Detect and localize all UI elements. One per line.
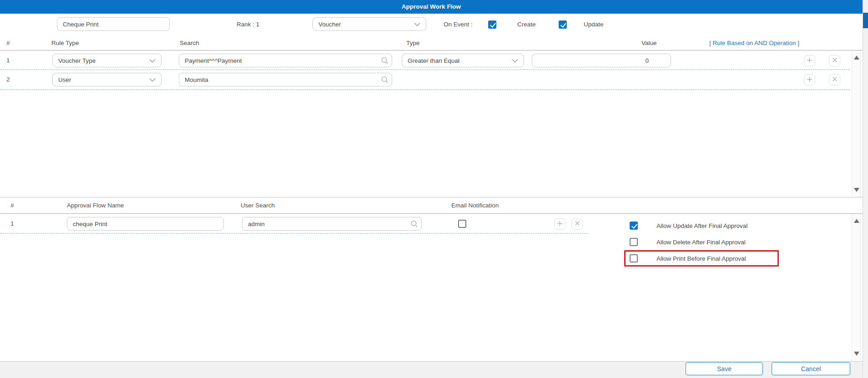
row-separator [0,89,850,90]
create-checkbox[interactable] [488,20,496,29]
rules-row1-rule-type-select[interactable]: Voucher Type [52,54,161,67]
chevron-down-icon [512,57,518,64]
rules-header-type: Type [406,40,419,46]
close-icon [832,76,838,83]
chevron-down-icon [414,21,420,28]
on-event-label: On Event : [444,21,473,28]
rules-row1-rule-type-value: Voucher Type [58,57,96,64]
scroll-up-icon[interactable] [854,55,859,60]
option-allow-print: Allow Print Before Final Approval [624,250,779,267]
approval-header-num: # [10,202,14,209]
rules-row1-type-select[interactable]: Greater than Equal [402,54,524,67]
allow-update-label: Allow Update After Final Approval [656,222,747,229]
approval-grid-scrollbar[interactable] [852,214,861,361]
rules-row1-num: 1 [6,57,10,64]
update-label: Update [584,21,604,28]
option-allow-delete: Allow Delete After Final Approval [624,234,779,250]
rules-row2-rule-type-value: User [58,76,71,83]
and-operation-note: [ Rule Based on AND Operation ] [709,40,799,46]
approval-header-user-search: User Search [241,202,275,209]
rules-row1-type-value: Greater than Equal [408,57,459,64]
create-label: Create [517,21,536,28]
save-button[interactable]: Save [686,362,763,375]
rules-row2-num: 2 [6,76,10,83]
rules-row2-delete-button[interactable] [829,74,840,86]
document-type-value: Voucher [318,21,341,28]
rules-row2-rule-type-select[interactable]: User [52,73,161,86]
chevron-down-icon [149,76,156,83]
plus-icon [807,57,812,65]
rules-row1-value-input[interactable] [532,54,671,67]
document-type-select[interactable]: Voucher [313,17,426,31]
page-scrollbar-thumb[interactable] [863,13,868,28]
rules-row1-delete-button[interactable] [829,55,840,66]
rules-header-num: # [6,40,10,46]
allow-delete-label: Allow Delete After Final Approval [656,239,746,246]
dialog-header: Approval Work Flow [0,0,863,14]
scroll-up-icon[interactable] [854,219,859,223]
approval-header-divider [0,213,863,214]
allow-print-checkbox[interactable] [630,254,638,262]
plus-icon [557,221,563,228]
allow-update-checkbox[interactable] [630,222,638,230]
chevron-down-icon [149,57,156,64]
rank-label: Rank : 1 [237,21,259,28]
rules-row2-search-input[interactable] [179,73,392,86]
scroll-down-icon[interactable] [854,188,859,192]
rules-header-divider [0,50,863,50]
close-icon [575,221,580,227]
rules-header-search: Search [180,40,199,46]
workflow-name-input[interactable] [57,17,170,31]
approval-row1-user-search-input[interactable] [242,217,422,231]
scroll-down-icon[interactable] [854,352,859,356]
row-separator [0,69,850,70]
dialog-title: Approval Work Flow [402,3,461,10]
approval-row1-num: 1 [10,220,14,227]
allow-delete-checkbox[interactable] [630,238,638,246]
approval-row1-add-button[interactable] [554,218,565,230]
update-checkbox[interactable] [559,20,567,29]
approval-row1-flow-name-input[interactable] [67,217,224,231]
plus-icon [807,76,812,84]
rules-row2-add-button[interactable] [804,74,815,86]
option-allow-update: Allow Update After Final Approval [624,217,779,234]
approval-row1-email-notification-checkbox[interactable] [458,220,466,228]
approval-header-email-notification: Email Notification [451,202,499,209]
allow-print-label: Allow Print Before Final Approval [656,255,746,262]
approval-workflow-dialog: Approval Work Flow Rank : 1 Voucher On E… [0,0,868,378]
approval-header-flow-name: Approval Flow Name [67,202,124,209]
rules-row1-search-input[interactable] [179,54,392,67]
rules-header-value: Value [641,40,657,46]
close-icon [832,57,838,64]
grids-divider [0,197,863,197]
approval-row1-delete-button[interactable] [571,218,583,230]
cancel-button[interactable]: Cancel [772,362,850,375]
rules-header-rule-type: Rule Type [51,40,79,46]
rules-grid-scrollbar[interactable] [852,50,861,197]
rules-row1-add-button[interactable] [804,55,815,66]
row-separator [0,233,588,234]
page-scrollbar[interactable] [863,0,868,378]
